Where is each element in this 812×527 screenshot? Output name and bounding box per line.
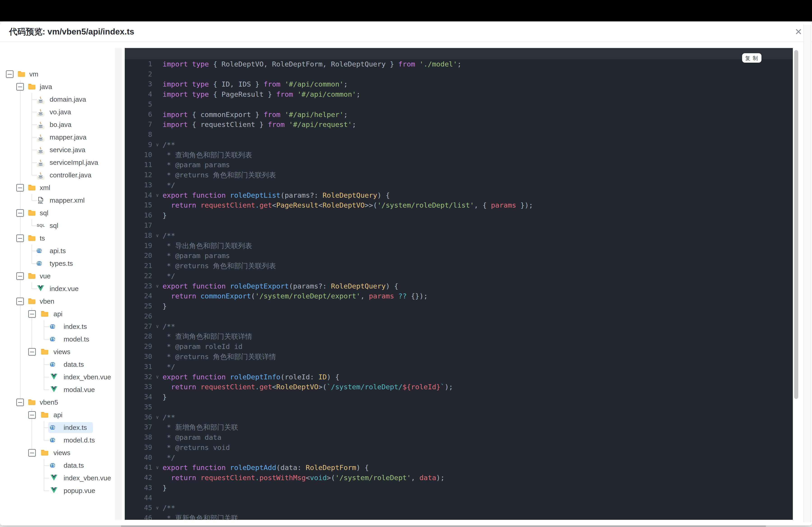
tree-node-bo-java[interactable]: bo.java xyxy=(0,119,115,130)
code-line: 28 * 查询角色和部门关联详情 xyxy=(125,321,793,332)
tree-node-ts[interactable]: ts xyxy=(0,233,115,244)
tree-node-vben[interactable]: vben xyxy=(0,296,115,307)
collapse-switcher[interactable] xyxy=(16,83,24,91)
tree-node-api[interactable]: api xyxy=(0,308,115,319)
folder-icon xyxy=(28,398,36,406)
code-line: 22 */ xyxy=(125,261,793,271)
horizontal-scrollbar-thumb[interactable] xyxy=(121,525,766,527)
collapse-switcher[interactable] xyxy=(16,184,24,192)
tree-node-index-ts[interactable]: TSindex.ts xyxy=(0,422,115,433)
collapse-switcher[interactable] xyxy=(28,411,36,419)
code-preview-modal: 代码预览: vm/vben5/api/index.ts ✕ vm java do… xyxy=(0,21,812,525)
code-line: 14∨export function roleDeptList(params?:… xyxy=(125,180,793,190)
code-line: 8 xyxy=(125,119,793,130)
tree-node-model-ts[interactable]: TSmodel.ts xyxy=(0,334,115,345)
tree-node-label: sql xyxy=(49,220,58,231)
tree-node-label: vben5 xyxy=(40,397,58,408)
vue-file-icon xyxy=(50,373,58,380)
tree-node-label: views xyxy=(54,346,70,357)
xml-file-icon: XML xyxy=(37,197,44,204)
vertical-scrollbar-thumb[interactable] xyxy=(794,50,798,399)
tree-node-types-ts[interactable]: TStypes.ts xyxy=(0,258,115,269)
code-line: 23∨export function roleDeptExport(params… xyxy=(125,271,793,281)
java-file-icon xyxy=(37,151,44,154)
vue-file-icon xyxy=(37,285,44,292)
collapse-switcher[interactable] xyxy=(16,209,24,217)
tree-node-index-ts[interactable]: TSindex.ts xyxy=(0,321,115,332)
code-line: 27∨/** xyxy=(125,311,793,321)
tree-node-vm[interactable]: vm xyxy=(0,69,115,79)
tree-node-label: xml xyxy=(40,182,50,193)
collapse-switcher[interactable] xyxy=(16,272,24,280)
code-line: 26 xyxy=(125,301,793,311)
tree-node-sql[interactable]: sql xyxy=(0,208,115,219)
tree-node-mapper-xml[interactable]: XMLmapper.xml xyxy=(0,195,115,206)
collapse-switcher[interactable] xyxy=(16,398,24,406)
ts-file-icon: TS xyxy=(50,325,55,329)
tree-node-label: index.vue xyxy=(49,283,78,294)
collapse-switcher[interactable] xyxy=(16,235,24,242)
code-line: 20 * @param params xyxy=(125,241,793,251)
close-icon[interactable]: ✕ xyxy=(793,26,804,37)
tree-node-label: domain.java xyxy=(49,94,86,105)
code-lines: 1import type { RoleDeptVO, RoleDeptForm,… xyxy=(125,49,793,520)
copy-button[interactable]: 复 制 xyxy=(742,53,762,63)
code-line: 33 return requestClient.get<RoleDeptVO>(… xyxy=(125,372,793,382)
code-line: 43} xyxy=(125,473,793,483)
tree-node-modal-vue[interactable]: modal.vue xyxy=(0,384,115,395)
tree-node-api-ts[interactable]: TSapi.ts xyxy=(0,245,115,256)
code-line: 18∨/** xyxy=(125,221,793,230)
collapse-switcher[interactable] xyxy=(28,348,36,356)
minus-icon xyxy=(18,187,22,188)
top-black-bar xyxy=(0,0,812,21)
tree-node-index-vben-vue[interactable]: index_vben.vue xyxy=(0,473,115,483)
java-file-icon xyxy=(37,138,44,142)
tree-node-java[interactable]: java xyxy=(0,81,115,92)
tree-node-label: controller.java xyxy=(49,170,91,181)
folder-icon xyxy=(41,411,49,419)
page-scrollbar-track[interactable] xyxy=(803,25,811,522)
tree-node-model-d-ts[interactable]: TSmodel.d.ts xyxy=(0,435,115,446)
tree-node-mapper-java[interactable]: mapper.java xyxy=(0,132,115,143)
code-line: 42 return requestClient.postWithMsg<void… xyxy=(125,463,793,473)
code-line: 12 * @returns 角色和部门关联列表 xyxy=(125,160,793,170)
collapse-switcher[interactable] xyxy=(6,70,14,78)
code-line: 1import type { RoleDeptVO, RoleDeptForm,… xyxy=(125,49,793,59)
code-line: 29 * @param roleId id xyxy=(125,331,793,342)
folder-icon xyxy=(17,70,26,78)
code-line: 17 xyxy=(125,210,793,221)
collapse-switcher[interactable] xyxy=(28,449,36,457)
tree-node-service-java[interactable]: service.java xyxy=(0,145,115,155)
code-line: 21 * @returns 角色和部门关联列表 xyxy=(125,251,793,261)
tree-node-serviceimpl-java[interactable]: serviceImpl.java xyxy=(0,157,115,168)
code-line: 9∨/** xyxy=(125,130,793,140)
folder-icon xyxy=(28,272,36,280)
tree-node-views[interactable]: views xyxy=(0,448,115,458)
tree-node-vo-java[interactable]: vo.java xyxy=(0,107,115,118)
tree-node-label: java xyxy=(40,81,52,92)
file-tree: vm java domain.java vo.java bo.java xyxy=(0,42,115,525)
tree-node-label: vm xyxy=(29,69,38,79)
tree-node-popup-vue[interactable]: popup.vue xyxy=(0,485,115,496)
code-line: 13 */ xyxy=(125,170,793,180)
tree-node-data-ts[interactable]: TSdata.ts xyxy=(0,460,115,471)
tree-node-vue[interactable]: vue xyxy=(0,271,115,282)
code-line: 44 xyxy=(125,483,793,493)
tree-node-vben5[interactable]: vben5 xyxy=(0,397,115,408)
tree-node-domain-java[interactable]: domain.java xyxy=(0,94,115,105)
collapse-switcher[interactable] xyxy=(16,298,24,305)
collapse-switcher[interactable] xyxy=(28,310,36,318)
tree-node-data-ts[interactable]: TSdata.ts xyxy=(0,359,115,370)
tree-node-sql[interactable]: SQLsql xyxy=(0,220,115,231)
vue-file-icon xyxy=(50,487,58,494)
tree-node-api[interactable]: api xyxy=(0,409,115,420)
tree-node-index-vue[interactable]: index.vue xyxy=(0,283,115,294)
tree-node-views[interactable]: views xyxy=(0,346,115,357)
tree-node-index-vben-vue[interactable]: index_vben.vue xyxy=(0,372,115,382)
tree-scrollbar-track[interactable] xyxy=(115,48,122,520)
tree-node-controller-java[interactable]: controller.java xyxy=(0,170,115,181)
tree-node-xml[interactable]: xml xyxy=(0,182,115,193)
ts-file-icon: TS xyxy=(50,438,55,442)
minus-icon xyxy=(30,415,34,416)
ts-file-icon: TS xyxy=(37,261,42,266)
